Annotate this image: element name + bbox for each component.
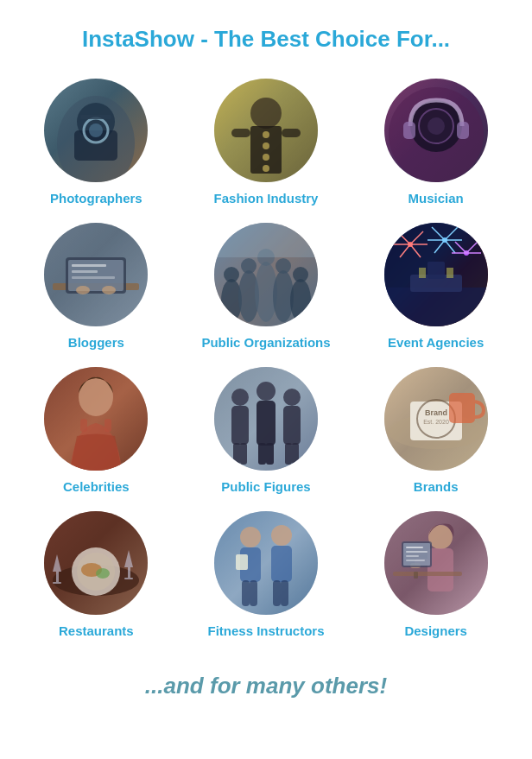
public-org-image bbox=[214, 223, 318, 326]
svg-point-12 bbox=[263, 165, 269, 172]
public-figures-image bbox=[214, 367, 318, 471]
svg-rect-122 bbox=[406, 560, 425, 561]
svg-rect-118 bbox=[403, 543, 430, 566]
celebrities-label: Celebrities bbox=[63, 479, 130, 494]
list-item: Photographers bbox=[16, 79, 177, 206]
list-item: Restaurants bbox=[16, 511, 177, 638]
event-image bbox=[384, 223, 488, 326]
restaurants-label: Restaurants bbox=[59, 623, 134, 638]
svg-point-9 bbox=[263, 131, 269, 138]
svg-point-76 bbox=[283, 389, 301, 406]
fitness-image bbox=[214, 511, 318, 615]
svg-rect-78 bbox=[233, 443, 240, 465]
svg-text:Brand: Brand bbox=[425, 408, 447, 417]
svg-point-11 bbox=[263, 154, 269, 161]
designers-image bbox=[384, 511, 488, 615]
svg-rect-65 bbox=[419, 268, 426, 278]
brands-label: Brands bbox=[414, 479, 459, 494]
brands-image: Brand Est. 2020 bbox=[384, 367, 488, 471]
svg-rect-109 bbox=[273, 580, 281, 606]
svg-rect-64 bbox=[428, 262, 445, 279]
svg-point-40 bbox=[293, 267, 308, 282]
list-item: Bloggers bbox=[16, 223, 177, 350]
svg-point-7 bbox=[250, 98, 282, 129]
svg-point-72 bbox=[231, 389, 249, 406]
svg-rect-75 bbox=[256, 401, 276, 446]
svg-rect-123 bbox=[414, 572, 418, 579]
svg-rect-26 bbox=[72, 270, 98, 273]
svg-rect-101 bbox=[214, 511, 318, 615]
restaurants-image bbox=[44, 511, 148, 615]
svg-rect-116 bbox=[393, 572, 462, 576]
bottom-text: ...and for many others! bbox=[145, 673, 387, 699]
fashion-image bbox=[214, 79, 318, 182]
svg-point-35 bbox=[290, 279, 311, 322]
svg-rect-121 bbox=[406, 555, 419, 557]
svg-rect-100 bbox=[124, 578, 133, 579]
svg-rect-119 bbox=[406, 547, 423, 548]
list-item: Fitness Instructors bbox=[186, 511, 347, 638]
svg-rect-98 bbox=[53, 582, 61, 584]
list-item: Celebrities bbox=[16, 367, 177, 494]
svg-rect-99 bbox=[128, 567, 130, 578]
svg-rect-73 bbox=[231, 406, 249, 445]
svg-rect-81 bbox=[266, 443, 274, 465]
celebrities-image bbox=[44, 367, 148, 471]
list-item: Brand Est. 2020 Brands bbox=[355, 367, 516, 494]
photographers-label: Photographers bbox=[50, 191, 142, 206]
svg-rect-66 bbox=[446, 268, 453, 278]
svg-point-29 bbox=[102, 286, 116, 294]
svg-rect-13 bbox=[231, 129, 250, 137]
svg-rect-27 bbox=[72, 276, 115, 279]
svg-rect-82 bbox=[285, 443, 292, 465]
svg-point-18 bbox=[428, 117, 445, 135]
main-title: InstaShow - The Best Choice For... bbox=[82, 26, 450, 53]
svg-rect-105 bbox=[250, 580, 257, 606]
photographers-image bbox=[44, 79, 148, 182]
fashion-label: Fashion Industry bbox=[214, 191, 319, 206]
svg-rect-5 bbox=[80, 115, 111, 119]
list-item: Public Organizations bbox=[186, 223, 347, 350]
page-container: InstaShow - The Best Choice For... Photo… bbox=[0, 0, 532, 725]
list-item: Public Figures bbox=[186, 367, 347, 494]
svg-rect-79 bbox=[240, 443, 247, 465]
svg-rect-108 bbox=[271, 546, 292, 582]
svg-rect-77 bbox=[283, 406, 301, 445]
svg-rect-80 bbox=[258, 443, 266, 465]
designers-label: Designers bbox=[404, 623, 467, 638]
svg-point-37 bbox=[241, 258, 256, 274]
public-org-label: Public Organizations bbox=[201, 335, 330, 350]
svg-rect-41 bbox=[214, 223, 318, 257]
svg-rect-110 bbox=[281, 580, 288, 606]
svg-rect-90 bbox=[449, 393, 475, 423]
list-item: Musician bbox=[355, 79, 516, 206]
svg-rect-97 bbox=[56, 572, 59, 582]
svg-point-96 bbox=[96, 568, 110, 579]
svg-rect-20 bbox=[457, 122, 469, 139]
event-label: Event Agencies bbox=[388, 335, 484, 350]
bloggers-image bbox=[44, 223, 148, 326]
svg-rect-43 bbox=[384, 288, 488, 326]
svg-rect-106 bbox=[236, 554, 248, 570]
fitness-label: Fitness Instructors bbox=[207, 623, 324, 638]
svg-rect-70 bbox=[104, 419, 111, 432]
svg-rect-14 bbox=[282, 129, 301, 137]
svg-rect-19 bbox=[403, 122, 415, 139]
svg-rect-104 bbox=[242, 580, 250, 606]
musician-label: Musician bbox=[408, 191, 464, 206]
list-item: Designers bbox=[355, 511, 516, 638]
svg-point-102 bbox=[240, 527, 261, 547]
svg-rect-83 bbox=[292, 443, 299, 465]
svg-text:Est. 2020: Est. 2020 bbox=[423, 419, 449, 425]
categories-grid: Photographers Fashion Ind bbox=[16, 79, 516, 638]
list-item: Fashion Industry bbox=[186, 79, 347, 206]
list-item: Event Agencies bbox=[355, 223, 516, 350]
svg-point-28 bbox=[76, 286, 90, 294]
svg-point-39 bbox=[276, 258, 291, 274]
bloggers-label: Bloggers bbox=[68, 335, 124, 350]
svg-point-74 bbox=[256, 382, 276, 401]
svg-point-107 bbox=[271, 525, 292, 546]
musician-image bbox=[384, 79, 488, 182]
svg-point-36 bbox=[224, 267, 239, 282]
public-figures-label: Public Figures bbox=[221, 479, 310, 494]
